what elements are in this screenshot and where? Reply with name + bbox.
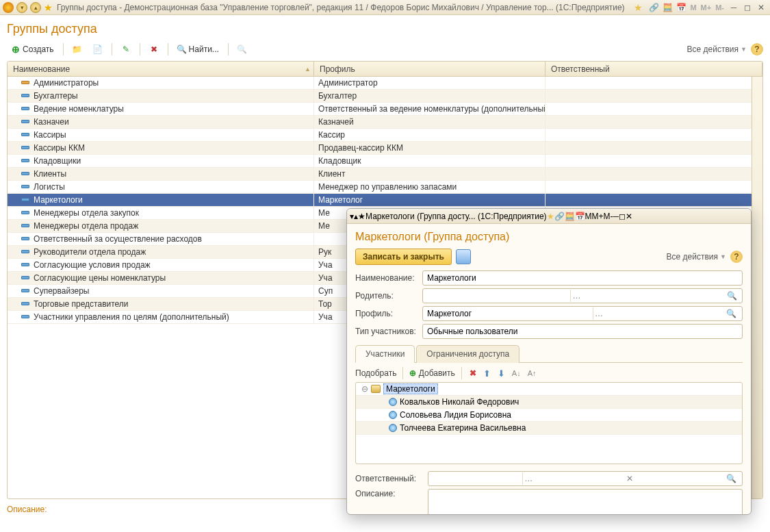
delete-button[interactable]: ✖ xyxy=(145,42,163,57)
open-button[interactable]: 🔍 xyxy=(726,307,738,320)
maximize-button[interactable]: ◻ xyxy=(741,3,754,12)
column-name[interactable]: Наименование▲ xyxy=(8,62,314,76)
create-button[interactable]: ⊕Создать xyxy=(7,42,58,57)
new-folder-button[interactable]: 📁 xyxy=(68,42,86,57)
parent-input[interactable]: …🔍 xyxy=(422,288,743,303)
name-input[interactable]: Маркетологи xyxy=(422,270,743,286)
copy-button[interactable]: 📄 xyxy=(89,42,107,57)
tree-root[interactable]: ⊖Маркетологи xyxy=(356,383,742,396)
open-button[interactable]: 🔍 xyxy=(726,290,738,302)
calendar-icon[interactable]: 📅 xyxy=(575,212,585,221)
cell-responsible xyxy=(546,90,762,102)
calc-icon[interactable]: 🧮 xyxy=(565,212,575,221)
cell-name: Ведение номенклатуры xyxy=(8,103,314,115)
cell-responsible xyxy=(546,194,762,206)
nav-up-button[interactable]: ▴ xyxy=(30,2,41,13)
favorite-icon[interactable]: ★ xyxy=(358,212,365,221)
favorite-icon[interactable]: ★ xyxy=(44,2,53,13)
select-button[interactable]: … xyxy=(593,307,605,320)
table-row[interactable]: БухгалтерыБухгалтер xyxy=(8,90,762,103)
save-button[interactable] xyxy=(456,249,471,264)
all-actions-link[interactable]: Все действия ▼ xyxy=(667,252,726,262)
profile-label: Профиль: xyxy=(355,309,418,318)
favorite2-icon[interactable]: ★ xyxy=(547,212,554,221)
table-row[interactable]: КлиентыКлиент xyxy=(8,168,762,181)
member-type-label: Тип участников: xyxy=(355,327,418,336)
save-close-button[interactable]: Записать и закрыть xyxy=(355,249,452,265)
pick-button[interactable]: Подобрать xyxy=(355,368,396,378)
cell-name: Кладовщики xyxy=(8,155,314,167)
cell-name: Кассиры xyxy=(8,129,314,141)
move-down-button[interactable]: ⬇ xyxy=(496,368,506,379)
close-button[interactable]: ✕ xyxy=(626,212,632,221)
sort-asc-button[interactable]: A↓ xyxy=(511,369,522,377)
select-button[interactable]: … xyxy=(522,472,535,485)
remove-button[interactable]: ✖ xyxy=(468,368,478,378)
m-minus-button[interactable]: M- xyxy=(604,212,613,221)
help-button[interactable]: ? xyxy=(751,43,763,55)
m-minus-button[interactable]: M- xyxy=(713,3,726,12)
table-row[interactable]: Ведение номенклатурыОтветственный за вед… xyxy=(8,103,762,116)
maximize-button[interactable]: ◻ xyxy=(619,212,626,221)
links-icon[interactable]: 🔗 xyxy=(554,212,565,221)
collapse-icon[interactable]: ⊖ xyxy=(361,384,368,394)
table-row[interactable]: Кассиры ККМПродавец-кассир ККМ xyxy=(8,142,762,155)
responsible-label: Ответственный: xyxy=(355,474,424,483)
vertical-scrollbar[interactable] xyxy=(752,77,762,498)
clear-find-button[interactable]: 🔍 xyxy=(233,42,251,57)
table-row[interactable]: ЛогистыМенеджер по управлению запасами xyxy=(8,181,762,194)
folder-plus-icon: 📁 xyxy=(73,45,82,54)
members-tree[interactable]: ⊖Маркетологи Ковальков Николай Федорович… xyxy=(355,382,743,464)
dialog-tabs: Участники Ограничения доступа xyxy=(355,344,743,363)
help-button[interactable]: ? xyxy=(730,251,743,263)
tree-item[interactable]: Ковальков Николай Федорович xyxy=(356,396,742,409)
calendar-icon[interactable]: 📅 xyxy=(676,2,686,13)
add-button[interactable]: ⊕ Добавить xyxy=(409,368,454,378)
calc-icon[interactable]: 🧮 xyxy=(662,2,673,13)
cell-responsible xyxy=(546,181,762,193)
cell-name: Казначеи xyxy=(8,116,314,128)
favorite2-icon[interactable]: ★ xyxy=(634,2,643,13)
user-icon xyxy=(389,398,397,406)
description-input[interactable] xyxy=(428,489,743,514)
find-button[interactable]: 🔍Найти... xyxy=(173,42,223,57)
sort-desc-button[interactable]: A↑ xyxy=(526,369,538,377)
tab-restrictions[interactable]: Ограничения доступа xyxy=(416,345,519,363)
open-button[interactable]: 🔍 xyxy=(726,472,738,485)
clear-button[interactable]: ✕ xyxy=(624,472,636,485)
cell-profile: Бухгалтер xyxy=(314,90,546,102)
cell-responsible xyxy=(546,116,762,128)
pencil-icon: ✎ xyxy=(121,45,131,54)
minimize-button[interactable]: ─ xyxy=(613,212,619,221)
copy-icon: 📄 xyxy=(93,45,103,54)
table-row[interactable]: АдминистраторыАдминистратор xyxy=(8,77,762,90)
tree-item[interactable]: Соловьева Лидия Борисовна xyxy=(356,409,742,422)
close-button[interactable]: ✕ xyxy=(755,3,767,12)
m-button[interactable]: M xyxy=(688,3,698,12)
m-plus-button[interactable]: M+ xyxy=(592,212,604,221)
m-plus-button[interactable]: M+ xyxy=(699,3,714,12)
column-profile[interactable]: Профиль xyxy=(314,62,546,76)
plus-icon: ⊕ xyxy=(409,368,416,378)
responsible-input[interactable]: …✕🔍 xyxy=(428,471,743,486)
move-up-button[interactable]: ⬆ xyxy=(482,368,492,379)
dialog-titlebar: ▾ ▴ ★ Маркетологи (Группа досту... (1С:П… xyxy=(347,209,751,224)
table-row[interactable]: КладовщикиКладовщик xyxy=(8,155,762,168)
profile-input[interactable]: Маркетолог…🔍 xyxy=(422,306,743,321)
member-type-input[interactable]: Обычные пользователи xyxy=(422,324,743,339)
select-button[interactable]: … xyxy=(570,290,582,302)
table-row[interactable]: МаркетологиМаркетолог xyxy=(8,194,762,207)
links-icon[interactable]: 🔗 xyxy=(648,2,659,13)
tree-item[interactable]: Толчеева Екатерина Васильевна xyxy=(356,422,742,435)
tab-members[interactable]: Участники xyxy=(355,345,415,363)
column-responsible[interactable]: Ответственный xyxy=(546,62,762,76)
nav-down-button[interactable]: ▾ xyxy=(16,2,27,13)
cell-profile: Кладовщик xyxy=(314,155,546,167)
all-actions-link[interactable]: Все действия ▼ xyxy=(687,45,747,54)
m-button[interactable]: M xyxy=(585,212,592,221)
table-row[interactable]: КассирыКассир xyxy=(8,129,762,142)
edit-button[interactable]: ✎ xyxy=(117,42,135,57)
separator xyxy=(461,367,462,379)
table-row[interactable]: КазначеиКазначей xyxy=(8,116,762,129)
minimize-button[interactable]: ─ xyxy=(728,3,740,12)
